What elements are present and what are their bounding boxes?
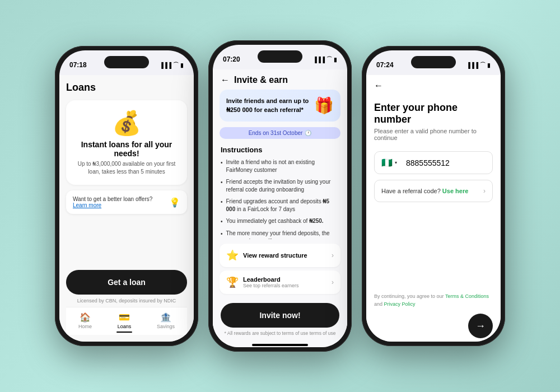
instruction-5: • The more money your friend deposits, t… <box>221 230 339 239</box>
phone-number-header: ← <box>366 75 501 95</box>
time-2: 07:20 <box>223 55 240 63</box>
dynamic-island-1 <box>104 56 149 68</box>
leaderboard-label: Leaderboard <box>243 276 299 283</box>
loans-icon: 💳 <box>119 312 130 323</box>
nav-savings[interactable]: 🏦 Savings <box>157 312 175 333</box>
phone-number-input[interactable] <box>406 158 501 167</box>
chevron-icon-reward: › <box>332 251 334 259</box>
home-icon: 🏠 <box>80 312 91 323</box>
ends-text: Ends on 31st October <box>249 130 303 136</box>
leaderboard-sub: See top referrals earners <box>243 283 299 288</box>
phone-subtitle: Please enter a valid phone number to con… <box>374 128 493 141</box>
loans-screen: Loans 💰 Instant loans for all your needs… <box>59 75 194 342</box>
instruction-4: • You immediately get cashback of ₦250. <box>221 217 339 226</box>
invite-header: ← Invite & earn <box>213 69 347 90</box>
next-button[interactable]: → <box>468 314 493 338</box>
leaderboard-row[interactable]: 🏆 Leaderboard See top referrals earners … <box>220 270 340 294</box>
chevron-icon-referral: › <box>483 187 486 195</box>
wifi-icon-2: ⌒ <box>326 55 332 63</box>
instructions-section: Instructions • Invite a friend who is no… <box>213 146 347 239</box>
invite-banner: Invite friends and earn up to ₦250 000 f… <box>220 90 340 122</box>
battery-icon-3: ▮ <box>487 62 491 68</box>
signal-icon-3: ▐▐▐ <box>466 62 478 68</box>
referral-text: Have a referral code? Use here <box>381 188 468 194</box>
battery-icon: ▮ <box>180 62 184 68</box>
phone-main-title: Enter your phone number <box>374 102 493 125</box>
time-1: 07:18 <box>69 61 87 69</box>
loan-hero-desc: Up to ₦3,000,000 available on your first… <box>73 160 180 176</box>
nav-home-label: Home <box>78 324 92 329</box>
nav-active-indicator <box>116 332 132 333</box>
phone-invite: 07:20 ▐▐▐ ⌒ ▮ ← Invite & earn Invite fri… <box>208 40 352 352</box>
savings-icon: 🏦 <box>160 312 171 323</box>
next-btn-row: → <box>374 314 493 338</box>
flag-code[interactable]: 🇳🇬 ▾ <box>381 157 397 168</box>
leaderboard-icon: 🏆 <box>226 276 239 288</box>
referral-row[interactable]: Have a referral code? Use here › <box>374 180 493 202</box>
terms-conditions-link[interactable]: Terms & Conditions <box>445 293 489 299</box>
instruction-1: • Invite a friend who is not an existing… <box>221 158 339 174</box>
invite-screen: ← Invite & earn Invite friends and earn … <box>213 69 347 347</box>
bottom-nav: 🏠 Home 💳 Loans 🏦 Savings <box>66 307 187 335</box>
bulb-icon: 💡 <box>169 197 180 208</box>
loans-title: Loans <box>66 82 187 94</box>
back-button-invite[interactable]: ← <box>221 75 230 85</box>
dynamic-island-3 <box>411 56 456 68</box>
learn-more-link[interactable]: Learn more <box>73 202 101 208</box>
reward-items: ⭐ View reward structure › 🏆 Leaderboard <box>220 244 340 297</box>
invite-banner-text: Invite friends and earn up to ₦250 000 f… <box>226 97 314 114</box>
invite-title: Invite & earn <box>234 75 288 85</box>
invite-now-button[interactable]: Invite now! <box>221 303 339 328</box>
licensed-text: Licensed by CBN, deposits insured by NDI… <box>66 298 187 304</box>
invite-footer: Invite now! * All rewards are subject to… <box>213 297 347 342</box>
reward-label: View reward structure <box>243 252 307 259</box>
loan-hero-icon: 💰 <box>112 109 141 137</box>
nav-savings-label: Savings <box>157 324 175 329</box>
invite-banner-icon: 🎁 <box>314 96 334 115</box>
clock-icon: 🕐 <box>305 130 311 136</box>
phone-number: 07:24 ▐▐▐ ⌒ ▮ ← Enter your phone number … <box>362 46 505 346</box>
privacy-policy-link[interactable]: Privacy Policy <box>384 301 416 307</box>
nav-home[interactable]: 🏠 Home <box>78 312 92 333</box>
instruction-3: • Friend upgrades account and deposits ₦… <box>221 198 339 213</box>
instruction-2: • Friend accepts the invitation by using… <box>221 178 339 194</box>
nav-loans-label: Loans <box>118 324 132 329</box>
terms-link[interactable]: terms of use <box>310 330 336 336</box>
get-loan-button[interactable]: Get a loan <box>66 270 187 295</box>
agree-text: By continuing, you agree to our Terms & … <box>374 293 493 308</box>
phone-loans: 07:18 ▐▐▐ ⌒ ▮ Loans 💰 Instant loans for … <box>55 46 198 346</box>
nav-loans[interactable]: 💳 Loans <box>116 312 132 333</box>
loan-hero-card: 💰 Instant loans for all your needs! Up t… <box>66 100 187 185</box>
ends-badge: Ends on 31st October 🕐 <box>220 127 340 139</box>
wifi-icon: ⌒ <box>173 61 179 69</box>
wifi-icon-3: ⌒ <box>480 61 486 69</box>
terms-note: * All rewards are subject to terms of us… <box>221 330 339 336</box>
nigeria-flag: 🇳🇬 <box>381 157 393 168</box>
reward-icon: ⭐ <box>226 249 239 262</box>
time-3: 07:24 <box>376 61 394 69</box>
status-icons-1: ▐▐▐ ⌒ ▮ <box>160 61 184 69</box>
reward-structure-row[interactable]: ⭐ View reward structure › <box>220 244 340 267</box>
phone-number-content: Enter your phone number Please enter a v… <box>366 95 501 287</box>
home-indicator-2 <box>252 344 308 346</box>
status-icons-2: ▐▐▐ ⌒ ▮ <box>313 55 337 63</box>
battery-icon-2: ▮ <box>334 57 337 63</box>
use-here-link[interactable]: Use here <box>442 188 468 194</box>
status-icons-3: ▐▐▐ ⌒ ▮ <box>466 61 491 69</box>
phone-number-screen: ← Enter your phone number Please enter a… <box>366 75 501 342</box>
phone-input-row[interactable]: 🇳🇬 ▾ ✕ <box>374 151 493 174</box>
chevron-icon-leaderboard: › <box>332 278 334 286</box>
loan-offer-card[interactable]: Want to get a better loan offers? Learn … <box>66 190 187 214</box>
dropdown-arrow: ▾ <box>395 160 397 165</box>
loan-card-text: Want to get a better loan offers? Learn … <box>73 196 152 208</box>
signal-icon: ▐▐▐ <box>160 62 171 68</box>
signal-icon-2: ▐▐▐ <box>313 57 325 63</box>
dynamic-island-2 <box>258 50 302 63</box>
instructions-title: Instructions <box>221 146 339 154</box>
loan-hero-title: Instant loans for all your needs! <box>73 140 180 158</box>
phone-number-footer: By continuing, you agree to our Terms & … <box>366 287 501 342</box>
back-button-phone[interactable]: ← <box>374 81 383 90</box>
